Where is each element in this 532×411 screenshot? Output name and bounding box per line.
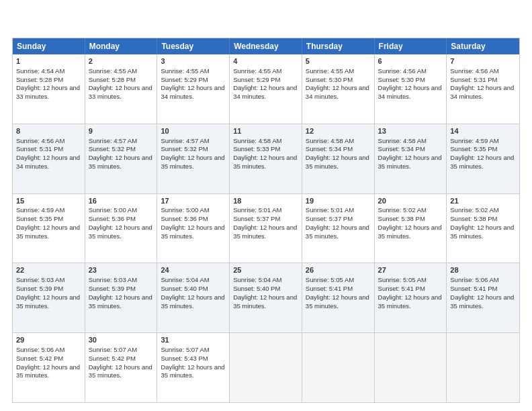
sunset: Sunset: 5:34 PM bbox=[306, 145, 353, 152]
day-number: 24 bbox=[161, 265, 226, 275]
day-cell-22: 22Sunrise: 5:03 AMSunset: 5:39 PMDayligh… bbox=[13, 263, 85, 332]
sunset: Sunset: 5:42 PM bbox=[16, 355, 63, 362]
day-number: 6 bbox=[378, 56, 443, 66]
day-cell-9: 9Sunrise: 4:57 AMSunset: 5:32 PMDaylight… bbox=[85, 124, 158, 193]
daylight: Daylight: 12 hours and 35 minutes. bbox=[378, 224, 442, 240]
day-cell-29: 29Sunrise: 5:06 AMSunset: 5:42 PMDayligh… bbox=[13, 333, 85, 402]
day-number: 31 bbox=[161, 335, 226, 345]
cal-row-4: 29Sunrise: 5:06 AMSunset: 5:42 PMDayligh… bbox=[13, 332, 519, 402]
day-cell-5: 5Sunrise: 4:55 AMSunset: 5:30 PMDaylight… bbox=[302, 54, 375, 124]
sunset: Sunset: 5:31 PM bbox=[450, 76, 497, 83]
day-cell-1: 1Sunrise: 4:54 AMSunset: 5:28 PMDaylight… bbox=[13, 54, 85, 124]
day-cell-11: 11Sunrise: 4:58 AMSunset: 5:33 PMDayligh… bbox=[230, 124, 302, 193]
sunset: Sunset: 5:35 PM bbox=[450, 145, 497, 152]
sunrise: Sunrise: 5:06 AM bbox=[16, 346, 64, 353]
sunset: Sunset: 5:36 PM bbox=[89, 215, 136, 222]
day-cell-8: 8Sunrise: 4:56 AMSunset: 5:31 PMDaylight… bbox=[13, 124, 85, 193]
sunrise: Sunrise: 5:07 AM bbox=[161, 346, 209, 353]
sunset: Sunset: 5:28 PM bbox=[16, 76, 63, 83]
day-number: 25 bbox=[233, 265, 298, 275]
day-cell-7: 7Sunrise: 4:56 AMSunset: 5:31 PMDaylight… bbox=[447, 54, 519, 124]
day-number: 30 bbox=[89, 335, 154, 345]
sunrise: Sunrise: 4:58 AM bbox=[233, 137, 281, 144]
daylight: Daylight: 12 hours and 35 minutes. bbox=[233, 154, 297, 170]
day-number: 22 bbox=[16, 265, 81, 275]
day-number: 5 bbox=[306, 56, 371, 66]
day-cell-30: 30Sunrise: 5:07 AMSunset: 5:42 PMDayligh… bbox=[85, 333, 158, 402]
daylight: Daylight: 12 hours and 35 minutes. bbox=[450, 293, 514, 310]
day-number: 7 bbox=[450, 56, 516, 66]
day-cell-4: 4Sunrise: 4:55 AMSunset: 5:29 PMDaylight… bbox=[230, 54, 302, 124]
day-cell-31: 31Sunrise: 5:07 AMSunset: 5:43 PMDayligh… bbox=[157, 333, 230, 402]
sunrise: Sunrise: 4:56 AM bbox=[16, 137, 64, 144]
day-number: 14 bbox=[450, 126, 516, 136]
header-wednesday: Wednesday bbox=[230, 38, 302, 54]
day-number: 1 bbox=[16, 56, 81, 66]
day-number: 26 bbox=[306, 265, 371, 275]
empty-cell-4-5 bbox=[375, 333, 447, 402]
logo-icon bbox=[12, 12, 31, 31]
daylight: Daylight: 12 hours and 35 minutes. bbox=[89, 363, 152, 379]
header bbox=[12, 12, 520, 31]
daylight: Daylight: 12 hours and 35 minutes. bbox=[450, 224, 514, 240]
sunrise: Sunrise: 4:55 AM bbox=[161, 67, 209, 75]
daylight: Daylight: 12 hours and 35 minutes. bbox=[161, 363, 224, 379]
cal-row-3: 22Sunrise: 5:03 AMSunset: 5:39 PMDayligh… bbox=[13, 263, 519, 332]
daylight: Daylight: 12 hours and 35 minutes. bbox=[89, 154, 152, 170]
sunrise: Sunrise: 5:00 AM bbox=[89, 206, 137, 214]
cal-row-1: 8Sunrise: 4:56 AMSunset: 5:31 PMDaylight… bbox=[13, 124, 519, 193]
header-tuesday: Tuesday bbox=[157, 38, 230, 54]
day-cell-17: 17Sunrise: 5:00 AMSunset: 5:36 PMDayligh… bbox=[157, 194, 230, 263]
day-number: 27 bbox=[378, 265, 443, 275]
sunset: Sunset: 5:36 PM bbox=[161, 215, 208, 222]
sunrise: Sunrise: 5:03 AM bbox=[16, 276, 64, 283]
sunrise: Sunrise: 5:02 AM bbox=[378, 206, 427, 214]
sunset: Sunset: 5:38 PM bbox=[450, 215, 497, 222]
sunrise: Sunrise: 5:07 AM bbox=[89, 346, 137, 353]
day-cell-26: 26Sunrise: 5:05 AMSunset: 5:41 PMDayligh… bbox=[302, 263, 375, 332]
day-cell-13: 13Sunrise: 4:58 AMSunset: 5:34 PMDayligh… bbox=[375, 124, 447, 193]
daylight: Daylight: 12 hours and 35 minutes. bbox=[89, 224, 152, 240]
sunrise: Sunrise: 4:55 AM bbox=[233, 67, 281, 75]
daylight: Daylight: 12 hours and 35 minutes. bbox=[450, 154, 514, 170]
sunrise: Sunrise: 4:58 AM bbox=[306, 137, 354, 144]
sunrise: Sunrise: 5:01 AM bbox=[233, 206, 281, 214]
empty-cell-4-3 bbox=[230, 333, 302, 402]
sunrise: Sunrise: 4:57 AM bbox=[89, 137, 137, 144]
sunrise: Sunrise: 4:54 AM bbox=[16, 67, 64, 75]
day-cell-27: 27Sunrise: 5:05 AMSunset: 5:41 PMDayligh… bbox=[375, 263, 447, 332]
empty-cell-4-6 bbox=[447, 333, 519, 402]
empty-cell-4-4 bbox=[302, 333, 375, 402]
day-cell-19: 19Sunrise: 5:01 AMSunset: 5:37 PMDayligh… bbox=[302, 194, 375, 263]
day-cell-3: 3Sunrise: 4:55 AMSunset: 5:29 PMDaylight… bbox=[157, 54, 230, 124]
day-cell-18: 18Sunrise: 5:01 AMSunset: 5:37 PMDayligh… bbox=[230, 194, 302, 263]
daylight: Daylight: 12 hours and 35 minutes. bbox=[16, 224, 80, 240]
sunset: Sunset: 5:33 PM bbox=[233, 145, 280, 152]
day-number: 21 bbox=[450, 196, 516, 206]
daylight: Daylight: 12 hours and 35 minutes. bbox=[233, 293, 297, 310]
sunset: Sunset: 5:40 PM bbox=[233, 285, 280, 292]
sunrise: Sunrise: 5:04 AM bbox=[233, 276, 281, 283]
daylight: Daylight: 12 hours and 35 minutes. bbox=[16, 363, 80, 379]
day-cell-6: 6Sunrise: 4:56 AMSunset: 5:30 PMDaylight… bbox=[375, 54, 447, 124]
sunset: Sunset: 5:30 PM bbox=[378, 76, 425, 83]
daylight: Daylight: 12 hours and 34 minutes. bbox=[306, 84, 369, 100]
header-sunday: Sunday bbox=[13, 38, 85, 54]
day-number: 18 bbox=[233, 196, 298, 206]
day-cell-10: 10Sunrise: 4:57 AMSunset: 5:32 PMDayligh… bbox=[157, 124, 230, 193]
sunrise: Sunrise: 4:58 AM bbox=[378, 137, 427, 144]
day-number: 17 bbox=[161, 196, 226, 206]
cal-row-0: 1Sunrise: 4:54 AMSunset: 5:28 PMDaylight… bbox=[13, 54, 519, 124]
day-cell-23: 23Sunrise: 5:03 AMSunset: 5:39 PMDayligh… bbox=[85, 263, 158, 332]
sunrise: Sunrise: 4:59 AM bbox=[450, 137, 498, 144]
sunset: Sunset: 5:41 PM bbox=[306, 285, 353, 292]
sunrise: Sunrise: 4:59 AM bbox=[16, 206, 64, 214]
sunrise: Sunrise: 4:55 AM bbox=[89, 67, 137, 75]
sunrise: Sunrise: 5:06 AM bbox=[450, 276, 498, 283]
sunset: Sunset: 5:32 PM bbox=[89, 145, 136, 152]
day-number: 15 bbox=[16, 196, 81, 206]
sunset: Sunset: 5:41 PM bbox=[450, 285, 497, 292]
calendar: SundayMondayTuesdayWednesdayThursdayFrid… bbox=[12, 38, 520, 403]
daylight: Daylight: 12 hours and 33 minutes. bbox=[16, 84, 80, 100]
day-cell-25: 25Sunrise: 5:04 AMSunset: 5:40 PMDayligh… bbox=[230, 263, 302, 332]
